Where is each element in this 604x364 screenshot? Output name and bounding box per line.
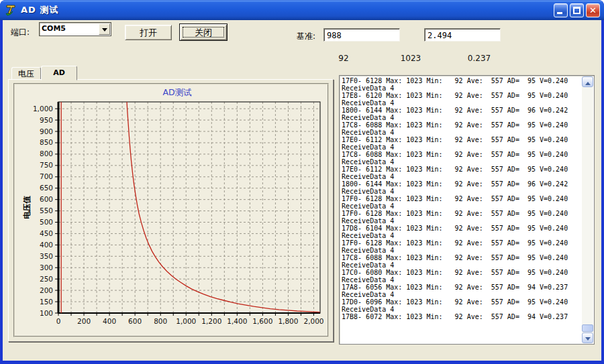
log-line[interactable]: 1800- 6144 Max: 1023 Min: 92 Ave: 557 AD… — [342, 107, 581, 114]
y-tick-label: 500 — [40, 218, 53, 226]
window-title: AD 测试 — [21, 4, 58, 16]
log-line[interactable]: 17F0- 6128 Max: 1023 Min: 92 Ave: 557 AD… — [342, 195, 581, 202]
y-tick-label: 300 — [40, 263, 53, 271]
y-tick-label: 1,000 — [33, 105, 53, 113]
x-tick-label: 1,600 — [252, 317, 272, 325]
maximize-icon — [573, 7, 581, 14]
tab-page-ad: 1001502002503003504004505005506006507007… — [8, 79, 334, 342]
reference-ad-input[interactable] — [323, 28, 400, 42]
tab-ad[interactable]: AD — [41, 66, 77, 80]
scrollbar-thumb[interactable] — [582, 324, 593, 332]
app-window: AD 测试 ✕ 端口: COM5 打开 关闭 基准: 92 1023 0.237… — [0, 0, 604, 364]
log-line[interactable]: ReceiveData 4 — [342, 143, 581, 151]
scrollbar-up-button[interactable] — [582, 76, 593, 87]
log-line[interactable]: 17D8- 6104 Max: 1023 Min: 92 Ave: 557 AD… — [342, 225, 581, 232]
log-line[interactable]: 17C8- 6088 Max: 1023 Min: 92 Ave: 557 AD… — [342, 121, 581, 129]
log-line[interactable]: 17E8- 6120 Max: 1023 Min: 92 Ave: 557 AD… — [342, 92, 581, 99]
y-tick-label: 600 — [40, 195, 53, 203]
log-line[interactable]: 17C8- 6088 Max: 1023 Min: 92 Ave: 557 AD… — [342, 151, 581, 158]
y-tick-label: 200 — [40, 286, 53, 294]
port-label: 端口: — [11, 27, 30, 38]
x-tick-label: 0 — [56, 317, 61, 325]
log-line[interactable]: 17B8- 6072 Max: 1023 Min: 92 Ave: 557 AD… — [342, 313, 581, 320]
close-port-button-label: 关闭 — [183, 27, 224, 38]
stat-min-value: 92 — [332, 54, 356, 63]
log-line[interactable]: ReceiveData 4 — [342, 99, 581, 107]
x-tick-label: 800 — [154, 317, 167, 325]
reference-volt-input[interactable] — [424, 28, 501, 42]
log-line[interactable]: ReceiveData 4 — [342, 173, 581, 180]
x-tick-label: 1,800 — [278, 317, 298, 325]
y-tick-label: 550 — [40, 206, 53, 215]
y-tick-label: 250 — [40, 275, 53, 283]
y-tick-label: 350 — [40, 252, 53, 260]
y-tick-label: 750 — [40, 161, 53, 169]
stat-max-value: 1023 — [397, 54, 424, 63]
log-line[interactable]: 17C0- 6080 Max: 1023 Min: 92 Ave: 557 AD… — [342, 269, 581, 276]
x-tick-label: 1,400 — [227, 317, 247, 325]
log-line[interactable]: 17C8- 6088 Max: 1023 Min: 92 Ave: 557 AD… — [342, 254, 581, 261]
log-line[interactable]: ReceiveData 4 — [342, 114, 581, 121]
maximize-button[interactable] — [570, 3, 584, 17]
close-port-button[interactable]: 关闭 — [179, 23, 228, 41]
log-line[interactable]: ReceiveData 4 — [342, 84, 581, 92]
chart-title: AD测试 — [162, 87, 192, 97]
log-line[interactable]: ReceiveData 4 — [342, 217, 581, 225]
minimize-button[interactable] — [554, 3, 568, 17]
log-line[interactable]: 17E0- 6112 Max: 1023 Min: 92 Ave: 557 AD… — [342, 166, 581, 173]
log-line[interactable]: 17F0- 6128 Max: 1023 Min: 92 Ave: 557 AD… — [342, 210, 581, 217]
log-line[interactable]: ReceiveData 4 — [342, 158, 581, 166]
log-line[interactable]: ReceiveData 4 — [342, 261, 581, 269]
y-tick-label: 950 — [40, 116, 53, 124]
log-lines: 17F0- 6128 Max: 1023 Min: 92 Ave: 557 AD… — [342, 77, 581, 343]
x-tick-label: 200 — [77, 317, 91, 325]
y-tick-label: 850 — [40, 138, 53, 146]
combobox-dropdown-icon[interactable] — [99, 23, 110, 35]
x-tick-label: 400 — [103, 317, 116, 325]
app-icon — [5, 3, 18, 17]
log-line[interactable]: 17E0- 6112 Max: 1023 Min: 92 Ave: 557 AD… — [342, 136, 581, 143]
log-line[interactable]: 1800- 6144 Max: 1023 Min: 92 Ave: 557 AD… — [342, 180, 581, 188]
plot-frame — [58, 102, 320, 313]
log-line[interactable]: ReceiveData 4 — [342, 232, 581, 239]
log-line[interactable]: ReceiveData 4 — [342, 202, 581, 210]
open-port-button[interactable]: 打开 — [125, 25, 172, 40]
series-ad-curve — [127, 102, 320, 312]
tab-voltage[interactable]: 电压 — [11, 67, 41, 80]
log-line[interactable]: ReceiveData 4 — [342, 188, 581, 195]
port-combobox[interactable]: COM5 — [39, 22, 111, 36]
y-tick-label: 400 — [40, 241, 53, 249]
log-line[interactable]: ReceiveData 4 — [342, 129, 581, 136]
log-line[interactable]: ReceiveData 4 — [342, 291, 581, 298]
y-tick-label: 650 — [40, 184, 53, 192]
log-line[interactable]: 17A8- 6056 Max: 1023 Min: 92 Ave: 557 AD… — [342, 284, 581, 291]
log-scrollbar[interactable] — [582, 76, 593, 343]
chart-svg: 1001502002503003504004505005506006507007… — [15, 84, 328, 336]
log-line[interactable]: ReceiveData 4 — [342, 306, 581, 313]
y-tick-label: 900 — [40, 127, 53, 135]
close-window-button[interactable]: ✕ — [586, 3, 600, 17]
titlebar: AD 测试 ✕ — [0, 0, 604, 20]
ad-chart: 1001502002503003504004505005506006507007… — [13, 83, 329, 337]
reference-label: 基准: — [297, 31, 315, 42]
scrollbar-down-button[interactable] — [582, 332, 593, 343]
stat-volt-value: 0.237 — [463, 54, 495, 63]
x-tick-label: 2,000 — [303, 317, 323, 325]
minimize-icon — [557, 12, 562, 14]
port-combobox-value: COM5 — [42, 24, 66, 33]
x-tick-label: 1,200 — [201, 317, 221, 325]
x-tick-label: 1,000 — [176, 317, 196, 325]
receive-log-listbox[interactable]: 17F0- 6128 Max: 1023 Min: 92 Ave: 557 AD… — [339, 75, 595, 345]
log-line[interactable]: 17F0- 6128 Max: 1023 Min: 92 Ave: 557 AD… — [342, 77, 581, 84]
log-line[interactable]: ReceiveData 4 — [342, 247, 581, 254]
y-tick-label: 800 — [40, 149, 53, 158]
log-line[interactable]: 17D0- 6096 Max: 1023 Min: 92 Ave: 557 AD… — [342, 298, 581, 306]
x-tick-label: 600 — [128, 317, 142, 325]
scroll-up-icon — [585, 79, 591, 85]
close-icon: ✕ — [587, 5, 599, 17]
y-axis-label: 电压值 — [22, 196, 32, 219]
y-tick-label: 150 — [40, 298, 53, 306]
log-line[interactable]: 17F0- 6128 Max: 1023 Min: 92 Ave: 557 AD… — [342, 239, 581, 247]
log-line[interactable]: ReceiveData 4 — [342, 276, 581, 284]
client-area: 端口: COM5 打开 关闭 基准: 92 1023 0.237 电压 AD 1… — [3, 20, 601, 361]
